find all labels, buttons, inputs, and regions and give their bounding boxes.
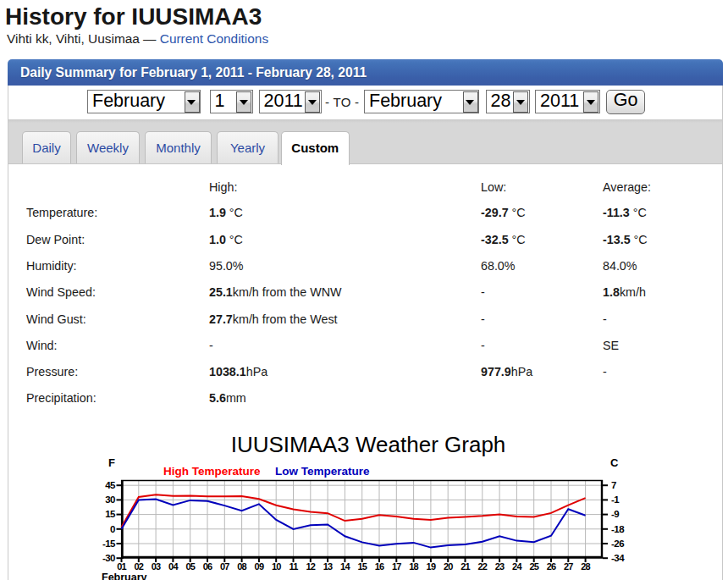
svg-text:45: 45	[105, 480, 116, 490]
svg-text:09: 09	[255, 561, 264, 572]
svg-text:15: 15	[357, 561, 367, 572]
svg-text:06: 06	[203, 561, 212, 572]
svg-text:24: 24	[512, 561, 522, 572]
svg-text:12: 12	[306, 561, 315, 572]
svg-text:16: 16	[375, 561, 384, 572]
svg-text:28: 28	[581, 561, 590, 572]
svg-text:22: 22	[477, 561, 487, 572]
svg-text:02: 02	[134, 561, 143, 572]
svg-text:23: 23	[495, 561, 505, 572]
svg-text:-9: -9	[611, 509, 619, 519]
svg-text:25: 25	[529, 561, 538, 572]
svg-text:7: 7	[611, 480, 616, 490]
svg-text:10: 10	[272, 561, 281, 572]
svg-text:30: 30	[105, 494, 115, 505]
svg-text:14: 14	[340, 561, 350, 572]
svg-text:Low Temperature: Low Temperature	[275, 465, 370, 478]
svg-text:-1: -1	[611, 494, 620, 505]
svg-text:18: 18	[409, 561, 418, 572]
svg-text:11: 11	[289, 561, 298, 572]
svg-text:F: F	[108, 456, 115, 469]
svg-text:27: 27	[564, 561, 573, 572]
svg-text:-18: -18	[611, 524, 625, 534]
svg-text:21: 21	[461, 561, 470, 572]
svg-text:20: 20	[444, 561, 453, 572]
svg-text:-30: -30	[102, 553, 115, 563]
svg-text:C: C	[610, 456, 619, 469]
svg-text:February: February	[102, 572, 147, 580]
svg-text:17: 17	[392, 561, 401, 572]
svg-text:26: 26	[547, 561, 556, 572]
svg-text:04: 04	[168, 561, 179, 572]
svg-text:IUUSIMAA3 Weather Graph: IUUSIMAA3 Weather Graph	[231, 432, 506, 457]
svg-text:-34: -34	[611, 553, 625, 563]
svg-text:0: 0	[110, 524, 115, 534]
svg-text:05: 05	[185, 561, 195, 572]
svg-text:13: 13	[323, 561, 333, 572]
svg-text:19: 19	[427, 561, 436, 572]
svg-text:07: 07	[220, 561, 229, 572]
svg-text:01: 01	[117, 561, 126, 572]
svg-text:-26: -26	[611, 539, 624, 549]
svg-text:-15: -15	[102, 539, 116, 549]
svg-text:03: 03	[152, 561, 161, 572]
svg-text:15: 15	[105, 509, 116, 519]
svg-text:08: 08	[237, 561, 246, 572]
svg-text:High Temperature: High Temperature	[163, 465, 261, 478]
